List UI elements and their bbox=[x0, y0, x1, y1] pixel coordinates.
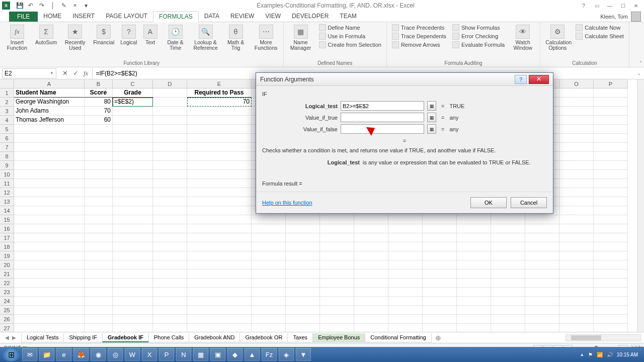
tray-network-icon[interactable]: 📶 bbox=[597, 352, 603, 357]
cell[interactable] bbox=[113, 152, 153, 161]
cell[interactable] bbox=[85, 125, 113, 134]
cell[interactable] bbox=[423, 324, 457, 332]
cell[interactable] bbox=[457, 242, 491, 251]
ribbon-tab-developer[interactable]: DEVELOPER bbox=[286, 11, 334, 22]
cell[interactable] bbox=[286, 297, 320, 306]
cell[interactable] bbox=[457, 279, 491, 288]
cell[interactable] bbox=[525, 242, 559, 251]
column-header[interactable]: O bbox=[559, 79, 594, 88]
column-header[interactable]: P bbox=[594, 79, 628, 88]
cell[interactable] bbox=[14, 297, 85, 306]
cell[interactable] bbox=[354, 269, 388, 279]
cell[interactable] bbox=[457, 324, 491, 332]
cell[interactable] bbox=[14, 260, 85, 269]
range-selector-icon[interactable]: ▦ bbox=[427, 101, 436, 111]
math-button[interactable]: θMath & Trig bbox=[222, 24, 250, 52]
cell[interactable] bbox=[153, 161, 187, 170]
row-header[interactable]: 24 bbox=[0, 297, 14, 306]
range-selector-icon[interactable]: ▦ bbox=[427, 124, 436, 134]
cell[interactable] bbox=[252, 260, 286, 269]
cell[interactable] bbox=[14, 315, 85, 324]
cell[interactable] bbox=[14, 152, 85, 161]
cell[interactable] bbox=[388, 242, 423, 251]
cell[interactable] bbox=[320, 288, 354, 297]
cell[interactable] bbox=[14, 224, 85, 233]
cell[interactable] bbox=[594, 288, 628, 297]
cell[interactable] bbox=[85, 179, 113, 188]
next-sheet-icon[interactable]: ▶ bbox=[12, 335, 16, 340]
cell[interactable] bbox=[594, 324, 628, 332]
cell[interactable] bbox=[491, 306, 525, 315]
row-header[interactable]: 3 bbox=[0, 107, 14, 116]
cell[interactable] bbox=[594, 279, 628, 288]
more-functions-button[interactable]: ⋯More Functions bbox=[252, 24, 280, 52]
cell[interactable] bbox=[457, 297, 491, 306]
taskbar-filezilla-icon[interactable]: Fz bbox=[262, 348, 277, 361]
cell[interactable] bbox=[320, 269, 354, 279]
cell[interactable] bbox=[252, 242, 286, 251]
row-header[interactable]: 25 bbox=[0, 306, 14, 315]
cell[interactable] bbox=[354, 233, 388, 242]
cell[interactable] bbox=[594, 179, 628, 188]
autosum-button[interactable]: ΣAutoSum bbox=[33, 24, 59, 46]
cell[interactable] bbox=[559, 161, 594, 170]
cell[interactable] bbox=[153, 260, 187, 269]
cell[interactable] bbox=[559, 206, 594, 215]
taskbar-app5-icon[interactable]: ▲ bbox=[245, 348, 260, 361]
cell[interactable] bbox=[14, 288, 85, 297]
cell[interactable] bbox=[85, 233, 113, 242]
cell[interactable] bbox=[388, 315, 423, 324]
cell[interactable] bbox=[113, 143, 153, 152]
user-account[interactable]: Kleen, Tom bbox=[600, 12, 644, 22]
taskbar-app-icon[interactable]: ◎ bbox=[108, 348, 123, 361]
ribbon-tab-page-layout[interactable]: PAGE LAYOUT bbox=[100, 11, 153, 22]
cell[interactable] bbox=[594, 315, 628, 324]
cell[interactable] bbox=[187, 206, 252, 215]
row-header[interactable]: 9 bbox=[0, 161, 14, 170]
cancel-formula-icon[interactable]: ✕ bbox=[62, 69, 68, 77]
cell[interactable] bbox=[153, 188, 187, 197]
cell[interactable] bbox=[153, 233, 187, 242]
cell[interactable] bbox=[85, 188, 113, 197]
cell[interactable] bbox=[153, 88, 187, 98]
cell[interactable] bbox=[153, 224, 187, 233]
create-from-selection-button[interactable]: Create from Selection bbox=[317, 41, 383, 49]
cell[interactable] bbox=[252, 297, 286, 306]
cell[interactable] bbox=[85, 279, 113, 288]
cell[interactable] bbox=[286, 251, 320, 260]
close-icon[interactable]: ✕ bbox=[630, 2, 642, 10]
lookup-button[interactable]: 🔍Lookup & Reference bbox=[192, 24, 220, 52]
cell[interactable] bbox=[14, 306, 85, 315]
cancel-button[interactable]: Cancel bbox=[511, 197, 547, 208]
cell[interactable] bbox=[14, 251, 85, 260]
cell[interactable]: Thomas Jefferson bbox=[14, 116, 85, 125]
cell[interactable] bbox=[187, 152, 252, 161]
cell[interactable] bbox=[594, 98, 628, 107]
cell[interactable]: Grade bbox=[113, 88, 153, 98]
row-header[interactable]: 4 bbox=[0, 116, 14, 125]
cell[interactable] bbox=[85, 197, 113, 206]
cell[interactable] bbox=[14, 324, 85, 332]
cell[interactable] bbox=[85, 134, 113, 143]
clock[interactable]: 10:15 AM bbox=[617, 352, 638, 357]
cell[interactable] bbox=[594, 107, 628, 116]
cell[interactable] bbox=[113, 242, 153, 251]
row-header[interactable]: 8 bbox=[0, 152, 14, 161]
range-selector-icon[interactable]: ▦ bbox=[427, 113, 436, 122]
cell[interactable] bbox=[252, 279, 286, 288]
ribbon-tab-home[interactable]: HOME bbox=[38, 11, 67, 22]
cell[interactable] bbox=[286, 215, 320, 224]
cell[interactable] bbox=[559, 251, 594, 260]
cell[interactable] bbox=[423, 315, 457, 324]
cell[interactable] bbox=[14, 134, 85, 143]
cell[interactable] bbox=[354, 224, 388, 233]
cell[interactable]: 80 bbox=[85, 98, 113, 107]
cell[interactable] bbox=[153, 306, 187, 315]
cell[interactable] bbox=[153, 170, 187, 179]
taskbar-explorer-icon[interactable]: 📁 bbox=[39, 348, 54, 361]
logical-button[interactable]: ?Logical bbox=[118, 24, 139, 46]
cell[interactable] bbox=[457, 251, 491, 260]
cell[interactable] bbox=[187, 251, 252, 260]
calculate-now-button[interactable]: Calculate Now bbox=[574, 24, 626, 32]
cell[interactable] bbox=[85, 297, 113, 306]
